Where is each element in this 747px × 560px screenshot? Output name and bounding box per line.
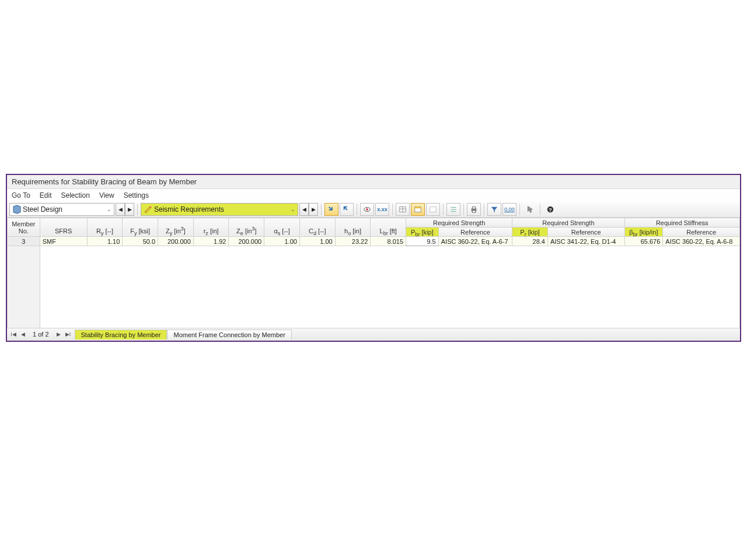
- group-req-strength-2: Required Strength: [512, 218, 624, 228]
- group-req-strength-1: Required Strength: [406, 218, 512, 228]
- col-cd[interactable]: Cd [--]: [299, 218, 335, 237]
- chevron-down-icon: ⌄: [99, 206, 111, 212]
- separator: [443, 204, 444, 215]
- svg-point-1: [366, 208, 368, 211]
- svg-rect-6: [415, 207, 421, 209]
- separator: [519, 204, 520, 215]
- col-pbr[interactable]: Pbr [kip]: [406, 228, 439, 237]
- separator: [540, 204, 540, 215]
- help-icon-button[interactable]: ?: [543, 203, 557, 216]
- page-indicator: 1 of 2: [28, 331, 54, 338]
- menu-settings[interactable]: Settings: [124, 191, 149, 200]
- combo-steel-design[interactable]: Steel Design ⌄: [9, 203, 114, 216]
- cell-rz[interactable]: 1.92: [193, 237, 229, 246]
- separator: [463, 204, 464, 215]
- svg-text:?: ?: [549, 207, 551, 213]
- combo-seismic-req[interactable]: Seismic Requirements ⌄: [141, 203, 298, 216]
- cell-ho[interactable]: 23.22: [335, 237, 371, 246]
- col-lbr[interactable]: Lbr [ft]: [371, 218, 406, 237]
- separator: [484, 204, 484, 215]
- tab-moment-frame[interactable]: Moment Frame Connection by Member: [167, 330, 291, 340]
- prev-item-button[interactable]: ◀: [299, 203, 309, 216]
- next-page-button[interactable]: ▶: [55, 330, 63, 339]
- menu-goto[interactable]: Go To: [12, 191, 30, 200]
- col-ho[interactable]: ho [in]: [335, 218, 371, 237]
- menu-edit[interactable]: Edit: [40, 191, 52, 200]
- title-bar: Requirements for Stability Bracing of Be…: [7, 175, 740, 189]
- print-icon-button[interactable]: [467, 203, 481, 216]
- cell-ze[interactable]: 200.000: [229, 237, 264, 246]
- cell-cd[interactable]: 1.00: [299, 237, 335, 246]
- filter-icon-button[interactable]: [487, 203, 501, 216]
- col-sfrs[interactable]: SFRS: [40, 218, 87, 237]
- cell-fy[interactable]: 50.0: [123, 237, 158, 246]
- col-as[interactable]: αs [--]: [264, 218, 300, 237]
- menu-bar: Go To Edit Selection View Settings: [7, 189, 740, 202]
- first-page-button[interactable]: I◀: [9, 330, 18, 339]
- col-zy[interactable]: Zy [in3]: [158, 218, 194, 237]
- cell-ry[interactable]: 1.10: [87, 237, 123, 246]
- menu-view[interactable]: View: [99, 191, 114, 200]
- cell-pr[interactable]: 28.4: [512, 237, 548, 246]
- cell-sfrs[interactable]: SMF: [40, 237, 87, 246]
- cell-lbr[interactable]: 8.015: [371, 237, 406, 246]
- group-req-stiffness: Required Stiffness: [624, 218, 739, 228]
- next-item-button[interactable]: ▶: [309, 203, 318, 216]
- chevron-down-icon: ⌄: [282, 206, 295, 212]
- combo-steel-label: Steel Design: [23, 205, 62, 214]
- col-ref2[interactable]: Reference: [547, 228, 624, 237]
- separator: [357, 204, 357, 215]
- pointer-icon-button[interactable]: [523, 203, 537, 216]
- svg-rect-13: [472, 211, 475, 213]
- separator: [392, 204, 393, 215]
- window-title: Requirements for Stability Bracing of Be…: [12, 177, 197, 186]
- cell-ref1[interactable]: AISC 360-22, Eq. A-6-7: [438, 237, 512, 246]
- col-ry[interactable]: Ry [--]: [87, 218, 123, 237]
- table-blank-icon-button[interactable]: [426, 203, 440, 216]
- eye-icon-button[interactable]: [360, 203, 374, 216]
- zero-dec-icon-button[interactable]: 0,00: [502, 203, 516, 216]
- table-hl-icon-button[interactable]: [411, 203, 425, 216]
- svg-rect-7: [430, 207, 437, 212]
- col-ref3[interactable]: Reference: [663, 228, 740, 237]
- pencil-check-icon: [144, 205, 153, 214]
- cell-ref2[interactable]: AISC 341-22, Eq. D1-4: [547, 237, 624, 246]
- data-grid[interactable]: MemberNo. SFRS Ry [--] Fy [ksi] Zy [in3]…: [7, 218, 740, 328]
- cell-ref3[interactable]: AISC 360-22, Eq. A-6-8: [663, 237, 740, 246]
- prev-category-button[interactable]: ◀: [116, 203, 125, 216]
- col-member-no[interactable]: MemberNo.: [8, 218, 40, 237]
- arrow-out-icon-button[interactable]: [340, 203, 354, 216]
- footer: I◀ ◀ 1 of 2 ▶ ▶I Stability Bracing by Me…: [7, 328, 740, 341]
- col-ze[interactable]: Ze [in3]: [229, 218, 264, 237]
- toolbar: Steel Design ⌄ ◀ ▶ Seismic Requirements …: [7, 202, 740, 218]
- prev-page-button[interactable]: ◀: [19, 330, 27, 339]
- cell-zy[interactable]: 200.000: [158, 237, 194, 246]
- col-ref1[interactable]: Reference: [438, 228, 512, 237]
- cell-member[interactable]: 3: [8, 237, 40, 246]
- col-fy[interactable]: Fy [ksi]: [123, 218, 158, 237]
- col-bbr[interactable]: βbr [kip/in]: [624, 228, 663, 237]
- separator: [137, 204, 138, 215]
- steel-icon: [12, 205, 22, 214]
- cell-pbr-active[interactable]: 9.5: [406, 237, 439, 246]
- separator: [321, 204, 322, 215]
- pager: I◀ ◀ 1 of 2 ▶ ▶I: [7, 330, 75, 339]
- tab-stability-bracing[interactable]: Stability Bracing by Member: [75, 330, 167, 340]
- combo-seismic-label: Seismic Requirements: [154, 205, 224, 214]
- col-rz[interactable]: rz [in]: [193, 218, 229, 237]
- last-page-button[interactable]: ▶I: [64, 330, 72, 339]
- menu-selection[interactable]: Selection: [61, 191, 90, 200]
- next-category-button[interactable]: ▶: [125, 203, 134, 216]
- list-icon-button[interactable]: [446, 203, 460, 216]
- cell-as[interactable]: 1.00: [264, 237, 300, 246]
- cell-bbr[interactable]: 65.676: [624, 237, 663, 246]
- svg-rect-12: [472, 207, 475, 209]
- table-row[interactable]: 3 SMF 1.10 50.0 200.000 1.92 200.000 1.0…: [8, 237, 740, 246]
- col-pr[interactable]: Pr [kip]: [512, 228, 548, 237]
- arrow-in-icon-button[interactable]: [324, 203, 338, 216]
- table-icon-button[interactable]: [396, 203, 410, 216]
- empty-area: [8, 246, 740, 328]
- app-window: Requirements for Stability Bracing of Be…: [6, 174, 741, 342]
- decimal-icon-button[interactable]: x.xx: [375, 203, 389, 216]
